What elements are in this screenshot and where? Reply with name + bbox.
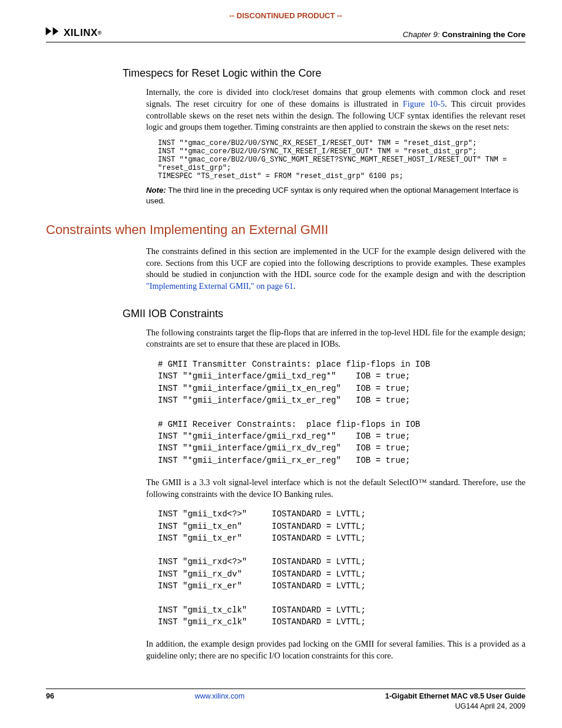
body-paragraph: The constraints defined in this section … bbox=[146, 246, 525, 292]
note-text: The third line in the preceding UCF synt… bbox=[146, 186, 518, 205]
text-span: The constraints defined in this section … bbox=[146, 246, 525, 279]
footer-title: 1-Gigabit Ethernet MAC v8.5 User Guide bbox=[385, 691, 525, 701]
registered-icon: ® bbox=[98, 29, 102, 37]
section-heading-timespecs: Timespecs for Reset Logic within the Cor… bbox=[46, 66, 525, 81]
footer-doc-id: UG144 April 24, 2009 bbox=[385, 701, 525, 711]
page-header: XILINX® Chapter 9: Constraining the Core bbox=[46, 26, 525, 40]
text-span: . bbox=[293, 281, 296, 291]
discontinued-banner: -- DISCONTINUED PRODUCT -- bbox=[46, 11, 525, 21]
xilinx-logo: XILINX® bbox=[46, 26, 102, 40]
figure-link[interactable]: Figure 10-5 bbox=[403, 99, 445, 108]
logo-mark-icon bbox=[44, 26, 64, 40]
page-footer: 96 www.xilinx.com 1-Gigabit Ethernet MAC… bbox=[46, 689, 525, 712]
body-paragraph: The following constraints target the fli… bbox=[146, 327, 525, 350]
note-label: Note: bbox=[146, 186, 166, 195]
logo-text: XILINX bbox=[64, 26, 98, 39]
footer-url-link[interactable]: www.xilinx.com bbox=[194, 692, 244, 700]
header-rule bbox=[46, 42, 525, 42]
implementing-gmii-link[interactable]: "Implementing External GMII," on page 61 bbox=[146, 281, 293, 291]
body-paragraph: In addition, the example design provides… bbox=[146, 638, 525, 661]
section-heading-gmii-iob: GMII IOB Constraints bbox=[46, 307, 525, 321]
ucf-code-block: INST "gmii_txd<?>" IOSTANDARD = LVTTL; I… bbox=[158, 508, 525, 628]
body-paragraph: The GMII is a 3.3 volt signal-level inte… bbox=[146, 477, 525, 500]
body-paragraph: Internally, the core is divided into clo… bbox=[146, 87, 525, 133]
chapter-title: Constraining the Core bbox=[442, 30, 525, 39]
chapter-label: Chapter 9: bbox=[402, 30, 439, 39]
ucf-code-block: INST "*gmac_core/BU2/U0/SYNC_RX_RESET_I/… bbox=[158, 139, 525, 180]
section-heading-constraints-external-gmii: Constraints when Implementing an Externa… bbox=[46, 221, 525, 239]
page-number: 96 bbox=[46, 691, 54, 712]
ucf-code-block: # GMII Transmitter Constraints: place fl… bbox=[158, 358, 525, 466]
note-paragraph: Note: The third line in the preceding UC… bbox=[146, 185, 525, 206]
chapter-header: Chapter 9: Constraining the Core bbox=[402, 29, 525, 41]
